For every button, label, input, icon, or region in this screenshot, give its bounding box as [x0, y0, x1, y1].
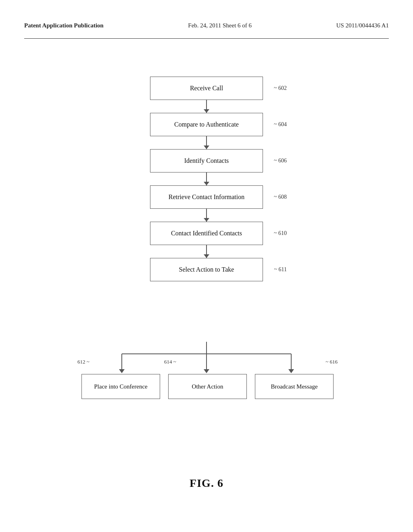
header: Patent Application Publication Feb. 24, …	[0, 22, 413, 29]
box-other-action: Other Action	[168, 374, 247, 399]
patent-publication-label: Patent Application Publication	[24, 22, 104, 29]
box-place-conference: Place into Conference	[81, 374, 160, 399]
box-broadcast-message: Broadcast Message	[255, 374, 334, 399]
svg-marker-3	[119, 369, 125, 373]
svg-marker-5	[204, 369, 209, 373]
arrow-4	[150, 209, 263, 222]
bottom-boxes-row: 612 ~ Place into Conference 614 ~ Other …	[81, 374, 332, 399]
flowchart: Receive Call ~ 602 Compare to Authentica…	[0, 60, 413, 281]
box-identify-contacts: Identify Contacts ~ 606	[150, 149, 263, 172]
box-select-action: Select Action to Take ~ 611	[150, 258, 263, 281]
box-contact-identified: Contact Identified Contacts ~ 610	[150, 222, 263, 245]
svg-marker-7	[288, 369, 294, 373]
page: Patent Application Publication Feb. 24, …	[0, 0, 413, 532]
patent-number-label: US 2011/0044436 A1	[336, 22, 389, 29]
box-616-wrapper: ~ 616 Broadcast Message	[255, 374, 334, 399]
box-compare-authenticate: Compare to Authenticate ~ 604	[150, 113, 263, 136]
header-divider	[24, 38, 389, 39]
box-614-wrapper: 614 ~ Other Action	[168, 374, 247, 399]
arrow-3	[150, 172, 263, 185]
box-receive-call: Receive Call ~ 602	[150, 77, 263, 100]
arrow-5	[150, 245, 263, 258]
arrow-1	[150, 100, 263, 113]
arrow-2	[150, 136, 263, 149]
box-612-wrapper: 612 ~ Place into Conference	[81, 374, 160, 399]
box-retrieve-contact-info: Retrieve Contact Information ~ 608	[150, 185, 263, 209]
figure-label: FIG. 6	[190, 477, 223, 490]
date-sheet-label: Feb. 24, 2011 Sheet 6 of 6	[188, 22, 252, 29]
